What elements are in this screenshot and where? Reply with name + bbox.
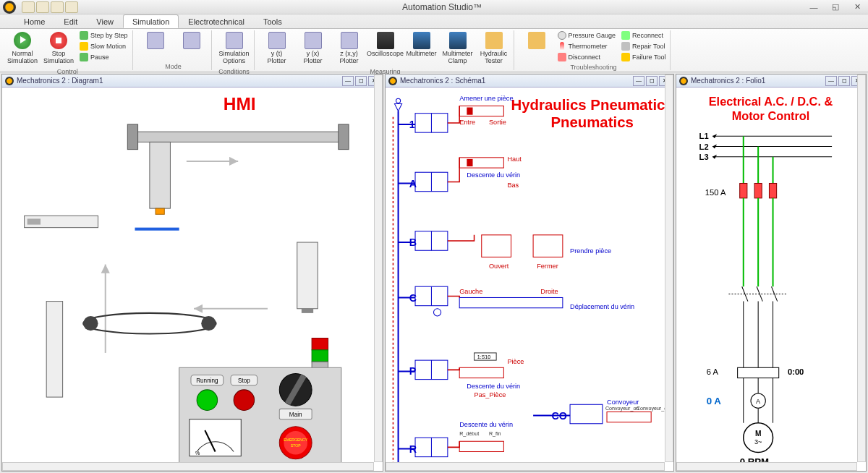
plotter-icon bbox=[268, 32, 286, 49]
svg-rect-35 bbox=[459, 106, 503, 116]
pause-button[interactable]: Pause bbox=[78, 52, 129, 62]
svg-text:Pas_Pièce: Pas_Pièce bbox=[475, 391, 506, 399]
svg-text:EMERGENCY: EMERGENCY bbox=[284, 438, 307, 442]
yx-plotter-button[interactable]: y (x) Plotter bbox=[297, 30, 330, 67]
plotter-icon bbox=[305, 32, 322, 49]
svg-rect-4 bbox=[156, 208, 164, 214]
hscroll[interactable] bbox=[676, 462, 857, 471]
clamp-button[interactable]: Multimeter Clamp bbox=[441, 30, 475, 67]
reconnect-button[interactable]: Reconnect bbox=[620, 30, 667, 41]
mode-icon bbox=[147, 32, 164, 49]
troubleshoot-button[interactable] bbox=[520, 30, 553, 52]
quick-access-toolbar bbox=[19, 1, 81, 13]
svg-text:Motor Control: Motor Control bbox=[732, 109, 810, 122]
svg-text:Pièce: Pièce bbox=[507, 358, 524, 365]
person-icon bbox=[528, 32, 545, 49]
reconnect-icon bbox=[621, 31, 630, 40]
qat-button-3[interactable] bbox=[51, 1, 64, 13]
svg-rect-1 bbox=[127, 124, 137, 150]
z-plotter-button[interactable]: z (x,y) Plotter bbox=[333, 30, 366, 67]
svg-text:Convoyeur_on: Convoyeur_on bbox=[605, 406, 639, 412]
repair-icon bbox=[621, 42, 630, 51]
svg-text:Descente du vérin: Descente du vérin bbox=[467, 383, 520, 390]
svg-rect-0 bbox=[135, 132, 341, 142]
red-pushbutton[interactable] bbox=[234, 390, 255, 411]
svg-text:Sortie: Sortie bbox=[489, 119, 506, 126]
hmi-canvas[interactable]: HMI bbox=[2, 88, 383, 471]
disconnect-button[interactable]: Disconnect bbox=[556, 52, 618, 62]
svg-rect-42 bbox=[459, 158, 503, 168]
panel-maximize-button[interactable]: ◻ bbox=[646, 76, 658, 86]
svg-rect-9 bbox=[302, 309, 313, 313]
mode-button-2[interactable] bbox=[175, 30, 208, 52]
svg-text:Amener une pièce: Amener une pièce bbox=[459, 95, 513, 102]
hydraulics-canvas[interactable]: Hydraulics Pneumatics Pneumatics 1 Amene… bbox=[386, 88, 673, 471]
svg-text:Ouvert: Ouvert bbox=[489, 263, 509, 270]
electrical-canvas[interactable]: Electrical A.C. / D.C. & Motor Control L… bbox=[676, 88, 866, 471]
repair-tool-button[interactable]: Repair Tool bbox=[620, 41, 667, 51]
svg-rect-97 bbox=[754, 184, 762, 198]
svg-text:Droite: Droite bbox=[540, 288, 558, 295]
vscroll[interactable] bbox=[665, 74, 673, 462]
svg-text:L2: L2 bbox=[699, 142, 709, 151]
svg-rect-98 bbox=[769, 184, 776, 198]
svg-point-24 bbox=[284, 431, 307, 455]
ribbon-group-conditions: Simulation Options Conditions bbox=[215, 30, 255, 70]
ribbon-group-troubleshooting: Pressure Gauge Thermometer Disconnect Re… bbox=[517, 30, 671, 70]
minimize-button[interactable]: — bbox=[803, 0, 825, 14]
gauge-icon bbox=[558, 31, 566, 40]
svg-text:Descente du vérin: Descente du vérin bbox=[459, 421, 513, 428]
panel-maximize-button[interactable]: ◻ bbox=[355, 76, 367, 86]
workspace: Mechatronics 2 : Diagram1 — ◻ ✕ HMI bbox=[0, 72, 868, 473]
panel-logo-icon bbox=[5, 77, 14, 85]
svg-text:%: % bbox=[195, 451, 200, 456]
vscroll[interactable] bbox=[857, 74, 866, 462]
tab-home[interactable]: Home bbox=[14, 14, 54, 28]
tab-tools[interactable]: Tools bbox=[254, 14, 292, 28]
flask-icon bbox=[226, 32, 243, 49]
svg-point-116 bbox=[744, 423, 773, 453]
stop-simulation-button[interactable]: Stop Simulation bbox=[42, 30, 75, 67]
svg-text:Pneumatics: Pneumatics bbox=[550, 114, 633, 130]
panel-hmi-title: Mechatronics 2 : Diagram1 bbox=[17, 77, 341, 85]
tab-view[interactable]: View bbox=[87, 14, 123, 28]
mode-button-1[interactable] bbox=[139, 30, 172, 52]
svg-text:A: A bbox=[756, 398, 761, 405]
normal-simulation-button[interactable]: Normal Simulation bbox=[6, 30, 39, 67]
multimeter-icon bbox=[413, 32, 430, 49]
fuse-150a-label: 150 A bbox=[705, 188, 726, 197]
hydraulic-tester-button[interactable]: Hydraulic Tester bbox=[477, 30, 511, 67]
ribbon-tabbar: Home Edit View Simulation Electrotechnic… bbox=[0, 14, 868, 29]
close-button[interactable]: ✕ bbox=[846, 0, 868, 14]
svg-rect-6 bbox=[27, 218, 41, 224]
qat-button-2[interactable] bbox=[36, 1, 49, 13]
qat-button-1[interactable] bbox=[22, 1, 35, 13]
svg-text:R_début: R_début bbox=[459, 431, 479, 437]
panel-minimize-button[interactable]: — bbox=[342, 76, 354, 86]
thermometer-button[interactable]: Thermometer bbox=[556, 41, 618, 51]
simulation-options-button[interactable]: Simulation Options bbox=[218, 30, 251, 67]
panel-maximize-button[interactable]: ◻ bbox=[838, 76, 850, 86]
failure-tool-button[interactable]: Failure Tool bbox=[620, 52, 667, 62]
qat-button-4[interactable] bbox=[65, 1, 78, 13]
step-by-step-button[interactable]: Step by Step bbox=[78, 30, 129, 41]
tab-simulation[interactable]: Simulation bbox=[123, 14, 179, 28]
oscilloscope-button[interactable]: Oscilloscope bbox=[369, 30, 402, 59]
green-pushbutton[interactable] bbox=[197, 390, 218, 411]
y-plotter-button[interactable]: y (t) Plotter bbox=[260, 30, 294, 67]
hscroll[interactable] bbox=[2, 462, 374, 471]
vscroll[interactable] bbox=[374, 74, 383, 462]
slow-motion-button[interactable]: Slow Motion bbox=[78, 41, 129, 51]
svg-rect-3 bbox=[150, 142, 171, 208]
pressure-gauge-button[interactable]: Pressure Gauge bbox=[556, 30, 618, 41]
svg-text:L3: L3 bbox=[699, 153, 709, 161]
tab-electrotechnical[interactable]: Electrotechnical bbox=[179, 14, 254, 28]
svg-text:3~: 3~ bbox=[754, 438, 762, 446]
hscroll[interactable] bbox=[386, 462, 665, 471]
maximize-button[interactable]: ◱ bbox=[825, 0, 846, 14]
multimeter-button[interactable]: Multimeter bbox=[405, 30, 438, 59]
panel-minimize-button[interactable]: — bbox=[633, 76, 644, 86]
panel-minimize-button[interactable]: — bbox=[825, 76, 837, 86]
failure-icon bbox=[621, 53, 630, 61]
tab-edit[interactable]: Edit bbox=[54, 14, 87, 28]
